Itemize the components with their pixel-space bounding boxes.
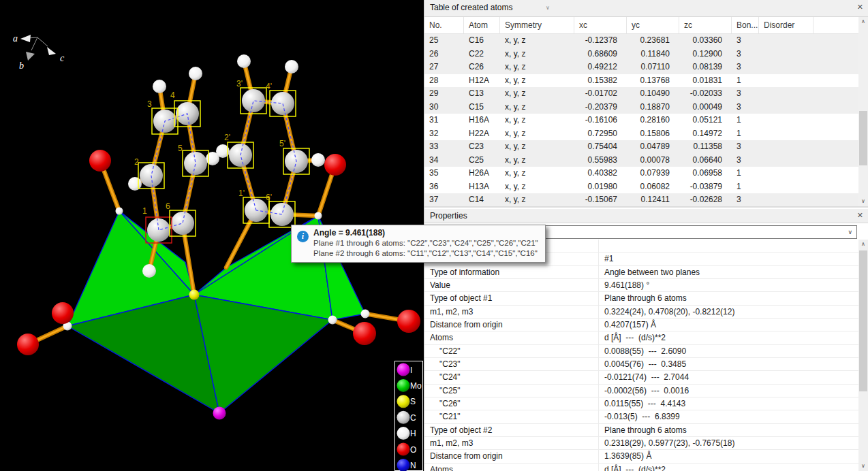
properties-panel-titlebar[interactable]: Properties ✕ xyxy=(424,209,868,223)
table-row[interactable]: 25C16x, y, z-0.123780.236810.033603 xyxy=(424,34,858,48)
hydrogen-atom[interactable] xyxy=(189,67,202,80)
close-icon[interactable]: ✕ xyxy=(857,211,863,220)
oxygen-atom[interactable] xyxy=(353,322,376,345)
cell-bonds: 3 xyxy=(732,34,759,48)
cell-symmetry: x, y, z xyxy=(500,101,574,114)
oxygen-atom[interactable] xyxy=(397,310,420,333)
axes-indicator: a b c xyxy=(13,33,65,71)
legend-entry-h: H xyxy=(397,427,416,440)
table-row[interactable]: 33C23x, y, z0.754040.047890.113583 xyxy=(424,140,858,154)
property-row[interactable]: Value9.461(188) ° xyxy=(424,279,858,292)
table-row[interactable]: 29C13x, y, z-0.017020.10490-0.020333 xyxy=(424,87,858,101)
cell-symmetry: x, y, z xyxy=(500,114,574,127)
property-row[interactable]: "C24"-0.0121(74) --- 2.7044 xyxy=(424,371,858,384)
property-row[interactable]: Atomsd [Å] --- (d/s)**2 xyxy=(424,464,858,471)
sulfur-atom[interactable] xyxy=(189,290,200,300)
legend-element-label: O xyxy=(410,445,416,455)
scroll-down-icon[interactable]: ∨ xyxy=(858,461,868,471)
carbon-atoms[interactable] xyxy=(140,89,308,242)
property-row[interactable]: "C22"0.0088(55) --- 2.6090 xyxy=(424,345,858,358)
vertex-atom[interactable] xyxy=(116,208,123,215)
property-value xyxy=(599,240,858,252)
property-value: 0.0115(55) --- 4.4143 xyxy=(599,397,858,410)
close-icon[interactable]: ✕ xyxy=(857,3,863,12)
property-row[interactable]: Type of object #1Plane through 6 atoms xyxy=(424,292,858,305)
cell-symmetry: x, y, z xyxy=(500,193,574,206)
vertex-atom[interactable] xyxy=(315,212,322,220)
property-row[interactable]: Type of informationAngle between two pla… xyxy=(424,266,858,279)
cell-symmetry: x, y, z xyxy=(500,180,574,194)
table-row[interactable]: 36H13Ax, y, z0.019800.06082-0.038791 xyxy=(424,180,858,194)
cell-disorder xyxy=(759,74,813,88)
table-row[interactable]: 35H26Ax, y, z0.403820.079390.069581 xyxy=(424,167,858,180)
property-row[interactable]: Distance from origin0.4207(157) Å xyxy=(424,319,858,331)
legend-element-label: N xyxy=(410,461,416,470)
property-row[interactable]: "C21"-0.013(5) --- 6.8399 xyxy=(424,410,858,423)
property-row[interactable]: Distance from origin1.3639(85) Å xyxy=(424,450,858,463)
atoms-table-body: 25C16x, y, z-0.123780.236810.03360326C22… xyxy=(424,34,858,206)
b-axis-label: b xyxy=(19,61,24,71)
oxygen-atom[interactable] xyxy=(17,334,39,355)
column-header-xc[interactable]: xc xyxy=(574,17,627,33)
scroll-up-icon[interactable]: ∧ xyxy=(858,17,868,27)
hydrogen-atom[interactable] xyxy=(237,54,251,68)
scroll-down-icon[interactable]: ∨ xyxy=(858,197,868,206)
carbon-atom[interactable] xyxy=(171,212,194,235)
property-row[interactable]: m1, m2, m30.2318(29), 0.5977(23), -0.767… xyxy=(424,437,858,450)
properties-scrollbar[interactable]: ∧ ∨ xyxy=(858,240,868,471)
table-row[interactable]: 34C25x, y, z0.559830.000780.066403 xyxy=(424,154,858,167)
property-row[interactable]: "C25"-0.0002(56) --- 0.0016 xyxy=(424,385,858,397)
cell-atom: H12A xyxy=(464,74,500,88)
column-header-symmetry[interactable]: Symmetry xyxy=(500,17,574,33)
property-value: -0.0121(74) --- 2.7044 xyxy=(599,371,858,383)
table-row[interactable]: 27C26x, y, z0.492120.071100.081393 xyxy=(424,61,858,74)
column-header-disorder[interactable]: Disorder xyxy=(759,17,813,33)
iodine-atom[interactable] xyxy=(213,407,226,420)
i-legend-sphere xyxy=(397,363,410,376)
property-label: Distance from origin xyxy=(424,450,599,462)
c-legend-sphere xyxy=(397,411,410,424)
oxygen-atom[interactable] xyxy=(52,302,74,324)
panel-menu-arrow-icon[interactable]: ∨ xyxy=(546,5,550,11)
carbon-atom[interactable] xyxy=(184,152,207,175)
cell-symmetry: x, y, z xyxy=(500,74,574,88)
vertex-atom[interactable] xyxy=(361,310,370,319)
property-row[interactable]: Type of object #2Plane through 6 atoms xyxy=(424,424,858,437)
legend-element-label: Mo xyxy=(410,381,422,391)
property-row[interactable]: Atomsd [Å] --- (d/s)**2 xyxy=(424,331,858,344)
hydrogen-atom[interactable] xyxy=(153,80,166,93)
table-row[interactable]: 37C14x, y, z-0.150670.12411-0.026283 xyxy=(424,193,858,206)
atoms-panel-titlebar[interactable]: Table of created atoms ∨ ✕ xyxy=(424,0,868,17)
scrollbar-thumb[interactable] xyxy=(859,250,867,391)
carbon-atom[interactable] xyxy=(242,89,265,112)
column-header-no[interactable]: No. xyxy=(424,17,464,33)
carbon-atom[interactable] xyxy=(270,203,294,226)
cell-yc: 0.28160 xyxy=(627,114,679,127)
hydrogen-atom[interactable] xyxy=(311,153,325,167)
carbon-atom[interactable] xyxy=(271,92,294,115)
property-row[interactable]: "C23"0.0045(76) --- 0.3485 xyxy=(424,358,858,371)
scrollbar-thumb[interactable] xyxy=(859,111,867,165)
hydrogen-atom[interactable] xyxy=(285,60,298,74)
property-value: -0.013(5) --- 6.8399 xyxy=(599,410,858,423)
table-row[interactable]: 32H22Ax, y, z0.729500.158060.149721 xyxy=(424,127,858,141)
column-header-atom[interactable]: Atom xyxy=(464,17,500,33)
table-row[interactable]: 26C22x, y, z0.686090.118400.129003 xyxy=(424,48,858,61)
column-header-bon[interactable]: Bon... xyxy=(732,17,759,33)
table-row[interactable]: 28H12Ax, y, z0.153820.137680.018311 xyxy=(424,74,858,88)
oxygen-atom[interactable] xyxy=(89,150,111,172)
oxygen-atom[interactable] xyxy=(324,154,346,176)
legend-element-label: I xyxy=(410,366,412,375)
hydrogen-atom[interactable] xyxy=(142,264,156,278)
property-row[interactable]: m1, m2, m30.3224(24), 0.4708(20), -0.821… xyxy=(424,306,858,319)
cell-disorder xyxy=(759,180,813,194)
vertex-atom[interactable] xyxy=(328,316,337,325)
table-row[interactable]: 30C15x, y, z-0.203790.188700.000493 xyxy=(424,101,858,114)
table-row[interactable]: 31H16Ax, y, z-0.161060.281600.051211 xyxy=(424,114,858,127)
atoms-table-scrollbar[interactable]: ∧ ∨ xyxy=(858,17,868,206)
property-row[interactable]: "C26"0.0115(55) --- 4.4143 xyxy=(424,397,858,410)
cell-bonds: 1 xyxy=(732,180,759,194)
scroll-up-icon[interactable]: ∧ xyxy=(858,240,868,249)
column-header-yc[interactable]: yc xyxy=(627,17,679,33)
column-header-zc[interactable]: zc xyxy=(679,17,732,33)
